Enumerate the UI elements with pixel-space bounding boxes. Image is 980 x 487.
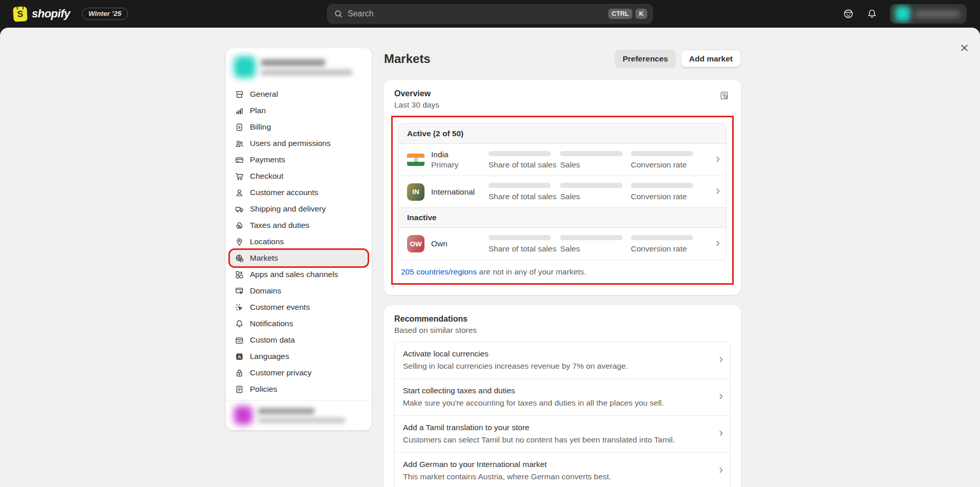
sidebar-item-customer-privacy[interactable]: Customer privacy — [230, 365, 368, 381]
add-market-button[interactable]: Add market — [681, 50, 741, 69]
apps-icon — [234, 269, 244, 280]
preferences-button[interactable]: Preferences — [615, 50, 676, 69]
recommendation-activate-local-currencies[interactable]: Activate local currenciesSelling in loca… — [395, 342, 730, 378]
market-row-india[interactable]: IndiaPrimaryShare of total salesSalesCon… — [399, 144, 726, 176]
page-title: Markets — [384, 52, 431, 66]
search-input[interactable]: Search CTRL K — [327, 4, 653, 24]
sidebar-item-checkout[interactable]: Checkout — [230, 168, 368, 184]
overview-subtitle: Last 30 days — [394, 100, 439, 110]
india-flag-icon — [407, 154, 424, 166]
chevron-right-icon: › — [709, 237, 720, 251]
skeleton-bar — [631, 151, 693, 156]
sidebar-item-languages[interactable]: ALanguages — [230, 348, 368, 365]
skeleton-bar — [488, 183, 551, 188]
sidebar-item-billing[interactable]: $Billing — [230, 119, 368, 135]
footer-text: are not in any of your markets. — [477, 267, 586, 276]
sidebar-item-label: Customer privacy — [250, 368, 312, 377]
sidebar-item-label: Taxes and duties — [250, 221, 309, 230]
sidebar-item-general[interactable]: General — [230, 86, 368, 102]
sidebar-item-custom-data[interactable]: Custom data — [230, 332, 368, 348]
plan-icon — [234, 105, 244, 116]
settings-sidebar: GeneralPlan$BillingUsers and permissions… — [226, 48, 372, 430]
taxes-icon — [234, 220, 244, 230]
user-name-redacted — [258, 408, 314, 414]
sidebar-item-label: Payments — [250, 155, 285, 164]
sidebar-item-apps-and-sales-channels[interactable]: Apps and sales channels — [230, 266, 368, 283]
sidebar-item-shipping-and-delivery[interactable]: Shipping and delivery — [230, 201, 368, 217]
metric-label: Conversion rate — [631, 193, 709, 201]
locations-icon — [234, 237, 244, 247]
sidebar-item-locations[interactable]: Locations — [230, 234, 368, 250]
shipping-icon — [234, 204, 244, 214]
close-button[interactable] — [956, 40, 972, 55]
view-report-icon[interactable] — [718, 89, 731, 102]
sidebar-item-payments[interactable]: Payments — [230, 152, 368, 168]
overview-card: Overview Last 30 days Active (2 of 50)In… — [384, 80, 741, 295]
version-badge: Winter ’25 — [82, 8, 128, 20]
chevron-right-icon: › — [709, 153, 720, 167]
svg-text:A: A — [238, 354, 241, 359]
section-header-inactive: Inactive — [399, 207, 726, 228]
overview-footer: 205 countries/regions are not in any of … — [398, 260, 727, 278]
user-avatar-redacted — [234, 406, 252, 425]
store-account-header[interactable] — [226, 48, 372, 85]
sidebar-item-taxes-and-duties[interactable]: Taxes and duties — [230, 217, 368, 234]
metric-label: Conversion rate — [631, 161, 709, 169]
sidebar-item-notifications[interactable]: Notifications — [230, 315, 368, 332]
sidebar-item-label: Languages — [250, 352, 289, 361]
recommendations-subtitle: Based on similar stores — [394, 326, 477, 335]
sidebar-item-label: Plan — [250, 106, 266, 115]
market-row-international[interactable]: INInternationalShare of total salesSales… — [399, 176, 726, 207]
sidebar-item-customer-accounts[interactable]: Customer accounts — [230, 184, 368, 201]
overview-title: Overview — [394, 89, 439, 98]
recommendation-add-a-tamil-translation-to-your-store[interactable]: Add a Tamil translation to your storeCus… — [395, 415, 730, 452]
domains-icon — [234, 286, 244, 296]
sidebar-item-label: Users and permissions — [250, 139, 331, 148]
sidebar-item-markets[interactable]: $Markets — [230, 250, 368, 266]
secondary-account-row[interactable] — [226, 400, 372, 430]
sidebar-item-domains[interactable]: Domains — [230, 283, 368, 299]
metric-conversion-rate: Conversion rate — [631, 151, 709, 169]
skeleton-bar — [488, 151, 551, 156]
sidebar-item-label: Billing — [250, 122, 271, 132]
sidebar-item-users-and-permissions[interactable]: Users and permissions — [230, 135, 368, 152]
sidebar-item-label: Checkout — [250, 172, 283, 181]
checkout-icon — [234, 171, 244, 181]
annotation-rectangle: Active (2 of 50)IndiaPrimaryShare of tot… — [391, 116, 734, 285]
sidekick-icon[interactable] — [843, 8, 854, 19]
sidebar-item-label: General — [250, 90, 278, 99]
metric-sales: Sales — [560, 235, 631, 253]
market-row-own[interactable]: OWOwnShare of total salesSalesConversion… — [399, 228, 726, 260]
customer-events-icon — [234, 302, 244, 312]
metric-label: Share of total sales — [488, 245, 560, 253]
recommendation-add-german-to-your-international-market[interactable]: Add German to your International marketT… — [395, 452, 730, 487]
shortcut-k-key: K — [635, 9, 647, 19]
metric-share-of-total-sales: Share of total sales — [488, 183, 560, 201]
metric-label: Sales — [560, 193, 631, 201]
chevron-right-icon: › — [712, 390, 723, 404]
customer-accounts-icon — [234, 187, 244, 198]
languages-icon: A — [234, 351, 244, 362]
shopify-logo[interactable]: S shopify Winter ’25 — [13, 7, 128, 22]
market-name: International — [431, 187, 488, 197]
sidebar-item-plan[interactable]: Plan — [230, 102, 368, 119]
store-account-chip[interactable] — [890, 4, 967, 24]
recommendation-start-collecting-taxes-and-duties[interactable]: Start collecting taxes and dutiesMake su… — [395, 378, 730, 415]
recommendation-description: Make sure you're accounting for taxes an… — [403, 397, 712, 409]
sidebar-item-label: Policies — [250, 385, 277, 394]
metric-share-of-total-sales: Share of total sales — [488, 235, 560, 253]
sidebar-item-customer-events[interactable]: Customer events — [230, 299, 368, 315]
notifications-bell-icon[interactable] — [866, 8, 878, 19]
recommendation-title: Add German to your International market — [403, 459, 712, 470]
store-url-redacted — [261, 70, 352, 75]
sidebar-item-policies[interactable]: Policies — [230, 381, 368, 397]
recommendation-description: This market contains Austria, where Germ… — [403, 471, 712, 482]
sidebar-item-label: Custom data — [250, 335, 295, 345]
countries-regions-link[interactable]: 205 countries/regions — [401, 267, 477, 276]
metric-conversion-rate: Conversion rate — [631, 235, 709, 253]
shopify-bag-icon: S — [13, 6, 27, 22]
chevron-right-icon: › — [712, 427, 723, 441]
metric-label: Sales — [560, 161, 631, 169]
recommendation-title: Activate local currencies — [403, 348, 712, 359]
metric-share-of-total-sales: Share of total sales — [488, 151, 560, 169]
